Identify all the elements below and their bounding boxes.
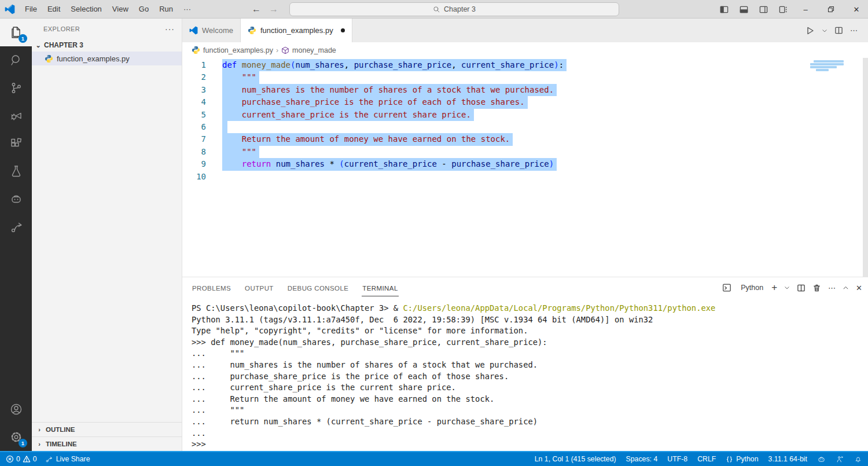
activity-explorer-icon[interactable]: 1 xyxy=(0,19,32,46)
line-number: 4 xyxy=(182,96,222,108)
menu-[interactable]: ··· xyxy=(178,2,196,16)
breadcrumb-file[interactable]: function_examples.py xyxy=(203,46,273,54)
terminal-line-5: ... """ xyxy=(192,348,868,359)
restore-button[interactable] xyxy=(819,0,843,19)
activity-source-control-icon[interactable] xyxy=(0,74,32,102)
toggle-secondary-sidebar-icon[interactable] xyxy=(755,2,772,17)
activity-live-share-icon[interactable] xyxy=(0,213,32,241)
command-center-search[interactable]: Chapter 3 xyxy=(289,2,619,16)
terminal-shell-label[interactable]: Python xyxy=(741,284,763,292)
braces-icon xyxy=(726,456,733,463)
editor-scrollbar[interactable] xyxy=(863,58,868,277)
modified-indicator-icon[interactable] xyxy=(341,28,345,32)
close-panel-icon[interactable]: ✕ xyxy=(856,284,862,292)
token xyxy=(237,60,241,69)
panel-more-actions-icon[interactable]: ⋯ xyxy=(828,284,836,292)
status-feedback-icon[interactable] xyxy=(836,455,844,464)
token: * xyxy=(325,159,339,168)
python-icon xyxy=(248,26,256,35)
nav-forward-icon[interactable]: → xyxy=(269,4,278,14)
menu-view[interactable]: View xyxy=(107,2,134,16)
selection-highlight: """ xyxy=(222,146,259,158)
terminal-line-3: Type "help", "copyright", "credits" or "… xyxy=(192,325,868,337)
token: return xyxy=(242,159,271,168)
terminal-line-11: ... return num_shares * (current_share_p… xyxy=(192,416,868,428)
panel-tab-problems[interactable]: PROBLEMS xyxy=(192,280,231,296)
status-indentation[interactable]: Spaces: 4 xyxy=(626,455,658,463)
toggle-primary-sidebar-icon[interactable] xyxy=(715,2,733,17)
panel-tab-output[interactable]: OUTPUT xyxy=(244,280,274,296)
menu-file[interactable]: File xyxy=(20,2,42,16)
token xyxy=(222,159,242,168)
new-terminal-icon[interactable]: + xyxy=(771,282,777,293)
run-dropdown-icon[interactable] xyxy=(822,28,827,34)
live-share-icon xyxy=(45,455,53,463)
breadcrumb-symbol[interactable]: money_made xyxy=(292,46,336,54)
customize-layout-icon[interactable] xyxy=(774,2,792,17)
tab-welcome[interactable]: Welcome xyxy=(182,19,241,42)
terminal-text: ... num_shares is the number of shares o… xyxy=(192,360,538,369)
split-terminal-icon[interactable] xyxy=(797,284,806,292)
activity-settings-icon[interactable]: 1 xyxy=(0,423,32,451)
problems-status[interactable]: 0 0 xyxy=(6,455,37,463)
token: current_share_price is the current share… xyxy=(222,110,471,119)
status-encoding[interactable]: UTF-8 xyxy=(667,455,687,463)
line-content: current_share_price is the current share… xyxy=(222,109,474,121)
bottom-panel: PROBLEMSOUTPUTDEBUG CONSOLETERMINAL Pyth… xyxy=(182,277,868,451)
folder-chapter-3[interactable]: ⌄ CHAPTER 3 xyxy=(32,39,182,52)
activity-search-icon[interactable] xyxy=(0,46,32,74)
live-share-status[interactable]: Live Share xyxy=(45,455,90,463)
status-bell-icon[interactable] xyxy=(854,455,862,463)
terminal-text: ... purchase_share_price is the price of… xyxy=(192,372,509,381)
run-python-file-icon[interactable] xyxy=(806,26,815,35)
outline-section[interactable]: › OUTLINE xyxy=(32,422,182,436)
terminal-text: ... xyxy=(192,428,206,438)
nav-back-icon[interactable]: ← xyxy=(252,4,261,14)
editor-tab-bar: Welcomefunction_examples.py ⋯ xyxy=(182,19,868,42)
status-python-version[interactable]: 3.11.1 64-bit xyxy=(768,455,807,463)
minimize-button[interactable]: – xyxy=(794,0,817,19)
status-cursor-position[interactable]: Ln 1, Col 1 (415 selected) xyxy=(535,455,616,463)
tab-function-examples-py[interactable]: function_examples.py xyxy=(241,19,352,42)
status-eol-sequence[interactable]: CRLF xyxy=(697,455,716,463)
file-item-function-examples[interactable]: function_examples.py xyxy=(32,52,182,65)
token: ) xyxy=(549,159,554,168)
timeline-section[interactable]: › TIMELINE xyxy=(32,436,182,451)
explorer-actions-icon[interactable]: ··· xyxy=(165,24,175,34)
terminal-text: Python 3.11.1 (tags/v3.11.1:a7a450f, Dec… xyxy=(192,315,653,324)
activity-testing-icon[interactable] xyxy=(0,157,32,185)
line-number: 1 xyxy=(182,59,222,71)
terminal-text: Type "help", "copyright", "credits" or "… xyxy=(192,326,528,335)
activity-bar-spacer xyxy=(0,241,32,395)
menu-go[interactable]: Go xyxy=(134,2,154,16)
menu-run[interactable]: Run xyxy=(154,2,178,16)
activity-extensions-icon[interactable] xyxy=(0,130,32,157)
terminal-line-4: >>> def money_made(num_shares, purchase_… xyxy=(192,337,868,348)
warning-icon xyxy=(23,455,31,463)
line-number: 9 xyxy=(182,158,222,170)
close-window-button[interactable]: ✕ xyxy=(845,0,868,19)
activity-account-icon[interactable] xyxy=(0,395,32,423)
status-language-mode[interactable]: Python xyxy=(726,455,758,463)
toggle-panel-icon[interactable] xyxy=(735,2,752,17)
status-label: 3.11.1 64-bit xyxy=(768,455,807,463)
menu-selection[interactable]: Selection xyxy=(65,2,106,16)
status-copilot-icon[interactable] xyxy=(817,455,826,464)
split-editor-icon[interactable] xyxy=(834,26,843,35)
kill-terminal-icon[interactable] xyxy=(812,284,821,292)
error-count: 0 xyxy=(16,455,20,463)
terminal-dropdown-icon[interactable] xyxy=(784,285,790,291)
maximize-panel-icon[interactable] xyxy=(843,285,849,291)
terminal-output[interactable]: PS C:\Users\leona\copilot-book\Chapter 3… xyxy=(182,298,868,451)
panel-tab-terminal[interactable]: TERMINAL xyxy=(362,280,398,296)
selection-highlight: current_share_price is the current share… xyxy=(222,109,474,121)
code-editor[interactable]: 1def money_made(num_shares, purchase_sha… xyxy=(182,58,868,277)
minimap[interactable] xyxy=(810,60,845,72)
status-label: CRLF xyxy=(697,455,716,463)
activity-copilot-icon[interactable] xyxy=(0,185,32,213)
panel-tab-debug-console[interactable]: DEBUG CONSOLE xyxy=(287,280,350,296)
menu-edit[interactable]: Edit xyxy=(42,2,65,16)
line-content xyxy=(222,121,227,133)
activity-run-and-debug-icon[interactable] xyxy=(0,102,32,130)
editor-more-actions-icon[interactable]: ⋯ xyxy=(850,26,858,35)
